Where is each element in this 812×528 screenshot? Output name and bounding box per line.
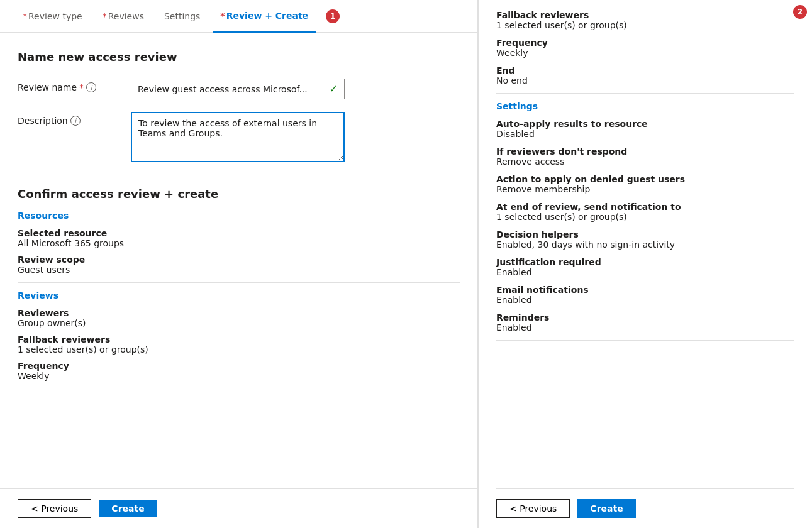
required-star-1: * (23, 11, 27, 21)
tab-review-create-label: Review + Create (226, 11, 308, 21)
frequency-item-left: Frequency Weekly (18, 361, 460, 381)
settings-item-value: Enabled (496, 322, 794, 333)
confirm-section: Confirm access review + create Resources… (18, 187, 460, 381)
content-area: Name new access review Review name * i R… (0, 33, 477, 488)
settings-item: Email notifications Enabled (496, 285, 794, 305)
settings-item-label: Email notifications (496, 285, 794, 295)
right-end-label: End (496, 65, 794, 75)
tab-reviews-label: Reviews (108, 11, 144, 21)
description-field[interactable]: To review the access of external users i… (131, 112, 345, 162)
description-label-container: Description i (18, 112, 131, 126)
settings-item: Justification required Enabled (496, 257, 794, 277)
tab-settings[interactable]: Settings (157, 0, 208, 33)
review-name-label: Review name (18, 82, 77, 92)
settings-item-value: Enabled (496, 295, 794, 305)
settings-item: At end of review, send notification to 1… (496, 202, 794, 222)
review-scope-value: Guest users (18, 265, 460, 275)
review-name-row: Review name * i Review guest access acro… (18, 79, 460, 99)
left-panel: * Review type * Reviews Settings * Revie… (0, 0, 478, 528)
required-star-3: * (220, 11, 225, 21)
settings-item: Action to apply on denied guest users Re… (496, 174, 794, 194)
step-badge-left: 1 (326, 9, 340, 23)
settings-item-value: Enabled (496, 267, 794, 277)
right-content: Fallback reviewers 1 selected user(s) or… (496, 10, 794, 481)
right-fallback-label: Fallback reviewers (496, 10, 794, 20)
previous-button-right[interactable]: < Previous (496, 499, 570, 518)
tab-review-type-label: Review type (28, 11, 82, 21)
confirm-title: Confirm access review + create (18, 187, 460, 201)
tab-settings-label: Settings (164, 11, 200, 21)
review-name-check-icon: ✓ (330, 83, 338, 95)
frequency-label-left: Frequency (18, 361, 460, 371)
tab-review-type[interactable]: * Review type (15, 0, 90, 33)
review-name-field[interactable]: Review guest access across Microsof... ✓ (131, 79, 345, 99)
create-button-left[interactable]: Create (99, 500, 157, 517)
settings-item-label: If reviewers don't respond (496, 146, 794, 157)
description-info-icon[interactable]: i (70, 116, 81, 126)
step-badge-right: 2 (793, 5, 807, 19)
right-fallback-reviewers: Fallback reviewers 1 selected user(s) or… (496, 10, 794, 30)
divider-1 (18, 177, 460, 177)
reviews-link[interactable]: Reviews (18, 290, 460, 300)
settings-item-label: Justification required (496, 257, 794, 267)
settings-item-value: 1 selected user(s) or group(s) (496, 212, 794, 222)
settings-item: If reviewers don't respond Remove access (496, 146, 794, 167)
description-row: Description i To review the access of ex… (18, 112, 460, 164)
reviewers-label: Reviewers (18, 308, 460, 318)
right-divider-2 (496, 340, 794, 341)
frequency-value-left: Weekly (18, 371, 460, 381)
fallback-reviewers-label-left: Fallback reviewers (18, 334, 460, 344)
create-button-right[interactable]: Create (577, 499, 635, 518)
review-name-value: Review guest access across Microsof... (138, 84, 308, 94)
right-fallback-value: 1 selected user(s) or group(s) (496, 20, 794, 30)
settings-item: Decision helpers Enabled, 30 days with n… (496, 229, 794, 250)
wizard-tabs: * Review type * Reviews Settings * Revie… (0, 0, 477, 33)
selected-resource-item: Selected resource All Microsoft 365 grou… (18, 228, 460, 248)
review-name-required: * (79, 82, 84, 92)
previous-button-left[interactable]: < Previous (18, 499, 91, 518)
settings-item-label: At end of review, send notification to (496, 202, 794, 212)
fallback-reviewers-value-left: 1 selected user(s) or group(s) (18, 344, 460, 355)
right-end-value: No end (496, 75, 794, 85)
settings-item-value: Remove membership (496, 184, 794, 194)
review-scope-label: Review scope (18, 255, 460, 265)
settings-item-value: Remove access (496, 157, 794, 167)
required-star-2: * (103, 11, 107, 21)
reviewers-value: Group owner(s) (18, 318, 460, 328)
selected-resource-label: Selected resource (18, 228, 460, 238)
description-label: Description (18, 116, 68, 126)
left-footer: < Previous Create (0, 488, 477, 528)
selected-resource-value: All Microsoft 365 groups (18, 238, 460, 248)
fallback-reviewers-item-left: Fallback reviewers 1 selected user(s) or… (18, 334, 460, 355)
description-input-container: To review the access of external users i… (131, 112, 345, 164)
settings-item-label: Reminders (496, 312, 794, 322)
review-name-input-container: Review guest access across Microsof... ✓ (131, 79, 345, 99)
right-divider-1 (496, 93, 794, 94)
reviewers-item: Reviewers Group owner(s) (18, 308, 460, 328)
tab-review-create[interactable]: * Review + Create (213, 0, 316, 33)
divider-2 (18, 282, 460, 283)
settings-item-label: Auto-apply results to resource (496, 119, 794, 129)
settings-item-label: Action to apply on denied guest users (496, 174, 794, 184)
review-scope-item: Review scope Guest users (18, 255, 460, 275)
review-name-label-container: Review name * i (18, 79, 131, 92)
resources-link[interactable]: Resources (18, 211, 460, 221)
right-frequency: Frequency Weekly (496, 38, 794, 58)
right-frequency-value: Weekly (496, 48, 794, 58)
right-panel: 2 Fallback reviewers 1 selected user(s) … (479, 0, 812, 528)
settings-item: Auto-apply results to resource Disabled (496, 119, 794, 139)
right-footer: < Previous Create (496, 488, 794, 518)
settings-item-value: Enabled, 30 days with no sign-in activit… (496, 239, 794, 250)
review-name-info-icon[interactable]: i (86, 82, 96, 92)
settings-link[interactable]: Settings (496, 101, 794, 111)
section-title: Name new access review (18, 50, 460, 63)
settings-items-container: Auto-apply results to resource Disabled … (496, 119, 794, 333)
settings-item-label: Decision helpers (496, 229, 794, 239)
settings-item: Reminders Enabled (496, 312, 794, 333)
tab-reviews[interactable]: * Reviews (95, 0, 152, 33)
settings-item-value: Disabled (496, 129, 794, 139)
right-frequency-label: Frequency (496, 38, 794, 48)
right-end: End No end (496, 65, 794, 85)
